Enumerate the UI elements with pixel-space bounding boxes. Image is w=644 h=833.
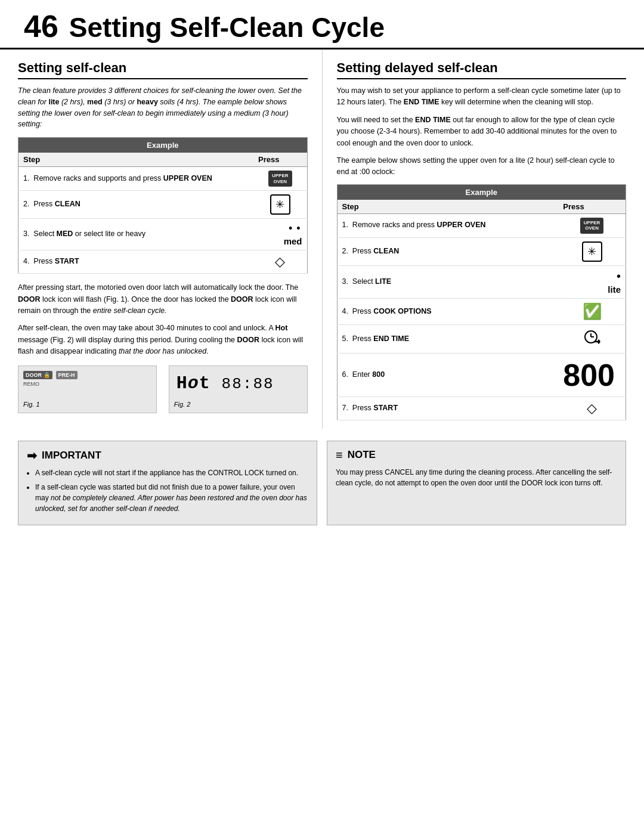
note-icon: ≡ [336, 448, 343, 462]
right-step-6: 6. Enter 800 800 [337, 353, 626, 397]
bottom-row: ➡ IMPORTANT A self-clean cycle will not … [0, 441, 644, 537]
content-area: Setting self-clean The clean feature pro… [0, 49, 644, 441]
fig1-label: Fig. 1 [23, 401, 151, 408]
left-col-press: Press [253, 153, 307, 167]
right-example-label: Example [337, 184, 626, 200]
med-label: med [284, 236, 302, 246]
upper-oven-button: UPPEROVEN [268, 171, 292, 187]
left-table-header: Example [18, 138, 308, 153]
right-step-7-press: ◇ [558, 397, 626, 420]
right-col-step: Step [337, 200, 558, 214]
end-time-icon [583, 329, 602, 348]
figures-row: DOOR 🔒 PRE-H REMO Fig. 1 Hot 88:88 Fig. … [18, 366, 308, 413]
fig1-box: DOOR 🔒 PRE-H REMO Fig. 1 [18, 366, 157, 413]
left-step-4: 4. Press START ◇ [18, 250, 308, 274]
right-step-2-press: ✳ [558, 237, 626, 265]
left-col-step: Step [18, 153, 254, 167]
right-step-4: 4. Press COOK OPTIONS ✅ [337, 298, 626, 324]
enter-800: 800 [563, 358, 621, 392]
right-step-2: 2. Press CLEAN ✳ [337, 237, 626, 265]
left-body-2: After self-clean, the oven may take abou… [18, 323, 308, 357]
right-step-1: 1. Remove racks and press UPPER OVEN UPP… [337, 213, 626, 237]
page-title: Setting Self-Clean Cycle [69, 14, 385, 41]
dots-icon: •• [289, 222, 302, 235]
important-item-2: If a self-clean cycle was started but di… [35, 482, 308, 514]
right-step-3-press: • lite [558, 265, 626, 298]
right-section-title: Setting delayed self-clean [337, 60, 627, 79]
left-step-2-press: ✳ [253, 191, 307, 219]
right-intro-3: The eample below shows setting the upper… [337, 155, 627, 178]
important-title: IMPORTANT [42, 450, 101, 462]
note-box: ≡ NOTE You may press CANCEL any time dur… [327, 441, 626, 525]
left-step-4-press: ◇ [253, 250, 307, 274]
note-title: NOTE [348, 449, 376, 461]
page: 46 Setting Self-Clean Cycle Setting self… [0, 0, 644, 833]
start-icon: ◇ [275, 254, 285, 269]
right-step-5-text: 5. Press END TIME [337, 324, 558, 353]
left-step-3: 3. Select MED or select lite or heavy ••… [18, 219, 308, 250]
left-example-label: Example [18, 138, 308, 153]
left-step-1: 1. Remove racks and supports and press U… [18, 167, 308, 191]
right-step-2-text: 2. Press CLEAN [337, 237, 558, 265]
note-content: You may press CANCEL any time during the… [336, 467, 617, 488]
remo-text: REMO [23, 381, 151, 387]
right-step-5: 5. Press END TIME [337, 324, 626, 353]
left-step-1-press: UPPEROVEN [253, 167, 307, 191]
pre-h-badge: PRE-H [56, 371, 78, 379]
left-step-3-press: •• med [253, 219, 307, 250]
lite-label: lite [608, 284, 621, 295]
left-step-3-text: 3. Select MED or select lite or heavy [18, 219, 254, 250]
right-step-5-press [558, 324, 626, 353]
clean-icon: ✳ [270, 194, 290, 215]
important-icon: ➡ [27, 448, 37, 463]
right-step-4-text: 4. Press COOK OPTIONS [337, 298, 558, 324]
left-col-headers: Step Press [18, 153, 308, 167]
fig2-box: Hot 88:88 Fig. 2 [169, 366, 308, 413]
right-step-3: 3. Select LITE • lite [337, 265, 626, 298]
fig2-display: Hot 88:88 [174, 371, 302, 396]
right-col-headers: Step Press [337, 200, 626, 214]
right-intro-1: You may wish to set your appliance to pe… [337, 85, 627, 109]
right-step-7-text: 7. Press START [337, 397, 558, 420]
note-title-row: ≡ NOTE [336, 448, 617, 462]
right-step-7: 7. Press START ◇ [337, 397, 626, 420]
important-list: A self-clean cycle will not start if the… [27, 467, 308, 514]
right-step-1-text: 1. Remove racks and press UPPER OVEN [337, 213, 558, 237]
fig1-display: DOOR 🔒 PRE-H REMO [23, 371, 151, 387]
right-step-4-press: ✅ [558, 298, 626, 324]
page-header: 46 Setting Self-Clean Cycle [0, 0, 644, 49]
clean-icon-right: ✳ [582, 241, 602, 262]
page-number: 46 [24, 11, 58, 42]
right-step-1-press: UPPEROVEN [558, 213, 626, 237]
important-content: A self-clean cycle will not start if the… [27, 467, 308, 514]
right-table-header: Example [337, 184, 626, 200]
right-step-3-text: 3. Select LITE [337, 265, 558, 298]
important-item-1: A self-clean cycle will not start if the… [35, 467, 308, 478]
left-step-2-text: 2. Press CLEAN [18, 191, 254, 219]
right-step-6-text: 6. Enter 800 [337, 353, 558, 397]
left-intro: The clean feature provides 3 different c… [18, 85, 308, 130]
right-example-table: Example Step Press 1. Remove racks and p… [337, 184, 627, 420]
left-step-1-text: 1. Remove racks and supports and press U… [18, 167, 254, 191]
note-text: You may press CANCEL any time during the… [336, 467, 617, 488]
fig1-top-row: DOOR 🔒 PRE-H [23, 371, 151, 379]
right-col-press: Press [558, 200, 626, 214]
left-example-table: Example Step Press 1. Remove racks and s… [18, 137, 308, 274]
start-icon-right: ◇ [587, 401, 597, 416]
left-section-title: Setting self-clean [18, 60, 308, 79]
important-box: ➡ IMPORTANT A self-clean cycle will not … [18, 441, 317, 525]
left-column: Setting self-clean The clean feature pro… [18, 49, 322, 429]
left-step-4-text: 4. Press START [18, 250, 254, 274]
right-intro-2: You will need to set the END TIME out fa… [337, 114, 627, 149]
fig2-label: Fig. 2 [174, 401, 302, 408]
door-badge: DOOR 🔒 [23, 371, 52, 379]
left-step-2: 2. Press CLEAN ✳ [18, 191, 308, 219]
right-step-6-press: 800 [558, 353, 626, 397]
important-title-row: ➡ IMPORTANT [27, 448, 308, 463]
upper-oven-button-right: UPPEROVEN [580, 218, 604, 234]
right-column: Setting delayed self-clean You may wish … [322, 49, 627, 429]
left-body-1: After pressing start, the motoried oven … [18, 282, 308, 317]
